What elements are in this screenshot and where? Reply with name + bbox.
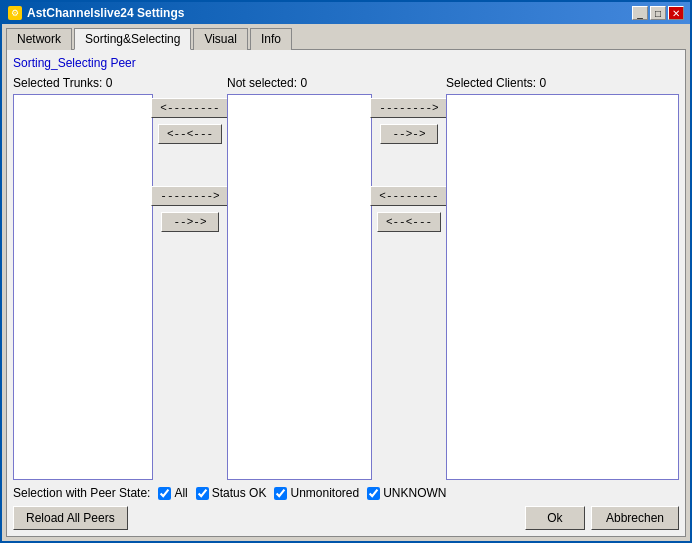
tab-network[interactable]: Network: [6, 28, 72, 50]
tab-visual[interactable]: Visual: [193, 28, 247, 50]
window-title: AstChannelslive24 Settings: [27, 6, 184, 20]
not-selected-list[interactable]: [227, 94, 372, 480]
peer-state-row: Selection with Peer State: All Status OK…: [13, 486, 679, 500]
move-right2-some-button[interactable]: -->->: [380, 124, 438, 144]
selected-clients-label: Selected Clients: 0: [446, 76, 679, 90]
title-bar-left: ⚙ AstChannelslive24 Settings: [8, 6, 184, 20]
title-bar: ⚙ AstChannelslive24 Settings _ □ ✕: [2, 2, 690, 24]
left-buttons-col: <-------- <--<--- --------> -->->: [155, 76, 225, 480]
main-area: Selected Trunks: 0 <-------- <--<--- ---…: [13, 76, 679, 480]
checkbox-unmonitored[interactable]: Unmonitored: [274, 486, 359, 500]
selected-trunks-list[interactable]: [13, 94, 153, 480]
checkbox-unknown-input[interactable]: [367, 487, 380, 500]
move-left-all-button[interactable]: <--------: [151, 98, 228, 118]
main-window: ⚙ AstChannelslive24 Settings _ □ ✕ Netwo…: [0, 0, 692, 543]
app-icon: ⚙: [8, 6, 22, 20]
selected-clients-column: Selected Clients: 0: [446, 76, 679, 480]
tab-sorting[interactable]: Sorting&Selecting: [74, 28, 191, 50]
minimize-button[interactable]: _: [632, 6, 648, 20]
move-right2-all-button[interactable]: -------->: [370, 98, 447, 118]
close-button[interactable]: ✕: [668, 6, 684, 20]
selected-clients-list[interactable]: [446, 94, 679, 480]
checkbox-status-ok[interactable]: Status OK: [196, 486, 267, 500]
checkbox-unknown[interactable]: UNKNOWN: [367, 486, 446, 500]
move-right-some-button[interactable]: -->->: [161, 212, 219, 232]
move-right-all-button[interactable]: -------->: [151, 186, 228, 206]
tab-info[interactable]: Info: [250, 28, 292, 50]
action-buttons-row: Reload All Peers Ok Abbrechen: [13, 506, 679, 530]
cancel-button[interactable]: Abbrechen: [591, 506, 679, 530]
section-title: Sorting_Selecting Peer: [13, 56, 679, 70]
checkbox-all[interactable]: All: [158, 486, 187, 500]
checkbox-all-input[interactable]: [158, 487, 171, 500]
tab-bar: Network Sorting&Selecting Visual Info: [6, 28, 686, 50]
peer-state-label: Selection with Peer State:: [13, 486, 150, 500]
checkbox-unmonitored-input[interactable]: [274, 487, 287, 500]
not-selected-column: Not selected: 0: [227, 76, 372, 480]
maximize-button[interactable]: □: [650, 6, 666, 20]
not-selected-label: Not selected: 0: [227, 76, 372, 90]
window-content: Network Sorting&Selecting Visual Info So…: [2, 24, 690, 541]
ok-cancel-row: Ok Abbrechen: [525, 506, 679, 530]
tab-content: Sorting_Selecting Peer Selected Trunks: …: [6, 49, 686, 537]
selected-trunks-label: Selected Trunks: 0: [13, 76, 153, 90]
right-buttons-col: --------> -->-> <-------- <--<---: [374, 76, 444, 480]
move-left-some-button[interactable]: <--<---: [158, 124, 222, 144]
selected-trunks-column: Selected Trunks: 0: [13, 76, 153, 480]
reload-all-peers-button[interactable]: Reload All Peers: [13, 506, 128, 530]
title-buttons: _ □ ✕: [632, 6, 684, 20]
move-left2-all-button[interactable]: <--------: [370, 186, 447, 206]
move-left2-some-button[interactable]: <--<---: [377, 212, 441, 232]
checkbox-status-ok-input[interactable]: [196, 487, 209, 500]
bottom-section: Selection with Peer State: All Status OK…: [13, 486, 679, 530]
ok-button[interactable]: Ok: [525, 506, 585, 530]
